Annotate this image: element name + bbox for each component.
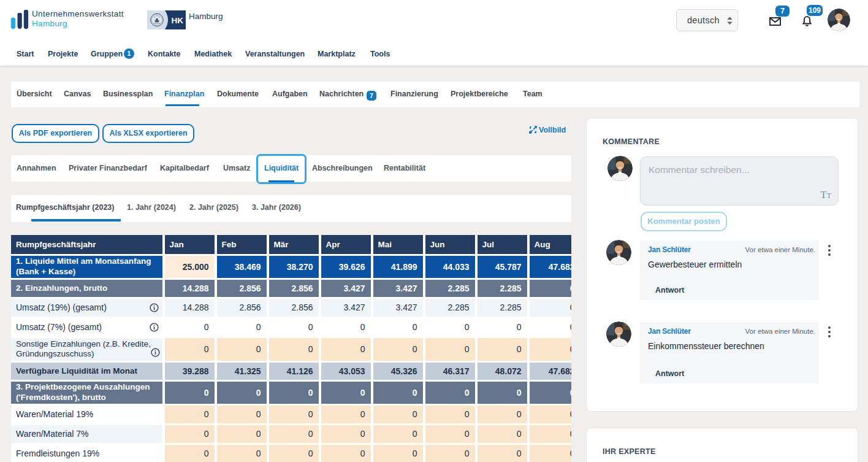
svg-text:HK: HK — [172, 16, 184, 25]
